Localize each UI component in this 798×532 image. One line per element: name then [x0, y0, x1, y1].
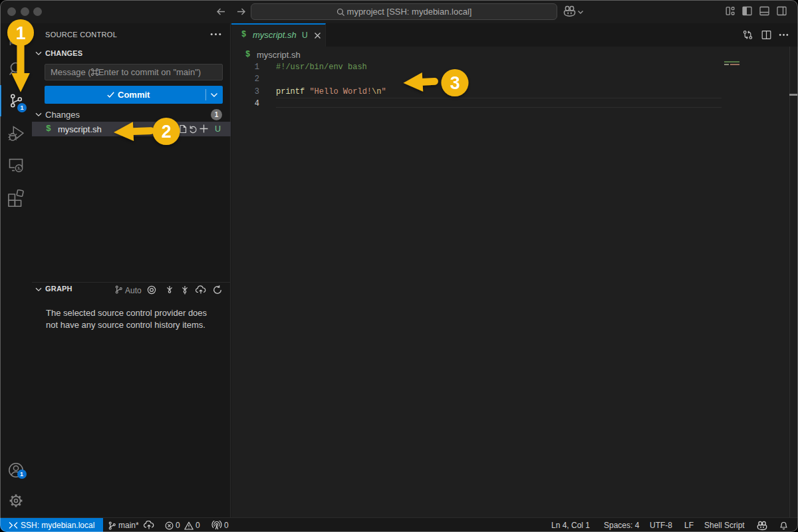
svg-text:1: 1 — [15, 23, 25, 43]
svg-text:2: 2 — [161, 122, 171, 142]
svg-text:3: 3 — [450, 73, 460, 93]
